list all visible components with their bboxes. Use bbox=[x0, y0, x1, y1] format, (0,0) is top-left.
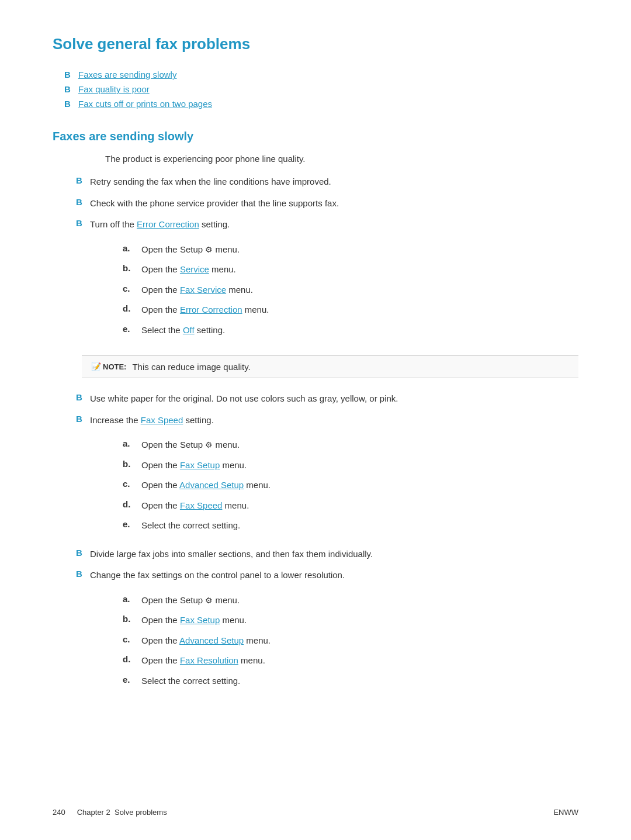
sub-letter-c2: c. bbox=[123, 479, 133, 489]
toc-bullet-2: B bbox=[64, 84, 72, 94]
sub-text-e3: Select the correct setting. bbox=[141, 675, 578, 688]
sub-letter-d1: d. bbox=[123, 303, 133, 313]
note-icon: 📝 NOTE: bbox=[91, 362, 126, 371]
sub-item-a1: a. Open the Setup ⚙ menu. bbox=[76, 243, 578, 257]
sub-text-e1: Select the Off setting. bbox=[141, 324, 578, 337]
bullet-text-fax-speed: Increase the Fax Speed setting. bbox=[90, 414, 578, 427]
sub-letter-e2: e. bbox=[123, 519, 133, 529]
toc-bullet-3: B bbox=[64, 99, 72, 109]
toc-link-3[interactable]: Fax cuts off or prints on two pages bbox=[78, 99, 212, 109]
sub-text-c2: Open the Advanced Setup menu. bbox=[141, 479, 578, 492]
bullet-b-check: B bbox=[76, 197, 84, 207]
bullet-text-divide: Divide large fax jobs into smaller secti… bbox=[90, 548, 578, 561]
sub-list-resolution: a. Open the Setup ⚙ menu. b. Open the Fa… bbox=[76, 594, 578, 695]
section-title-faxes-sending-slowly: Faxes are sending slowly bbox=[53, 130, 578, 143]
footer-chapter: Chapter 2 Solve problems bbox=[77, 808, 167, 817]
bullet-b-divide: B bbox=[76, 548, 84, 558]
section-intro: The product is experiencing poor phone l… bbox=[105, 154, 578, 164]
sub-item-e1: e. Select the Off setting. bbox=[76, 324, 578, 337]
sub-letter-d2: d. bbox=[123, 499, 133, 509]
toc-item-1: B Faxes are sending slowly bbox=[64, 70, 578, 79]
sub-letter-e3: e. bbox=[123, 675, 133, 685]
sub-text-d1: Open the Error Correction menu. bbox=[141, 303, 578, 317]
error-correction-link[interactable]: Error Correction bbox=[137, 219, 199, 229]
sub-item-d3: d. Open the Fax Resolution menu. bbox=[76, 654, 578, 668]
bullet-item-error-correction: B Turn off the Error Correction setting.… bbox=[53, 218, 578, 384]
bullet-text-retry: Retry sending the fax when the line cond… bbox=[90, 175, 578, 189]
toc-link-1[interactable]: Faxes are sending slowly bbox=[78, 70, 176, 79]
footer-left: 240 Chapter 2 Solve problems bbox=[53, 808, 167, 817]
page-footer: 240 Chapter 2 Solve problems ENWW bbox=[53, 808, 578, 817]
sub-text-a3: Open the Setup ⚙ menu. bbox=[141, 594, 578, 607]
note-box-error-correction: 📝 NOTE: This can reduce image quality. bbox=[82, 355, 578, 378]
bullet-text-check: Check with the phone service provider th… bbox=[90, 197, 578, 210]
sub-text-a2: Open the Setup ⚙ menu. bbox=[141, 438, 578, 452]
sub-item-a3: a. Open the Setup ⚙ menu. bbox=[76, 594, 578, 607]
fax-resolution-link[interactable]: Fax Resolution bbox=[180, 655, 238, 665]
sub-letter-e1: e. bbox=[123, 324, 133, 334]
bullet-b-fax-speed: B bbox=[76, 414, 84, 427]
sub-item-b1: b. Open the Service menu. bbox=[76, 263, 578, 276]
sub-item-b2: b. Open the Fax Setup menu. bbox=[76, 459, 578, 472]
page-title: Solve general fax problems bbox=[53, 35, 578, 53]
sub-text-a1: Open the Setup ⚙ menu. bbox=[141, 243, 578, 257]
toc-link-2[interactable]: Fax quality is poor bbox=[78, 84, 150, 94]
sub-letter-a1: a. bbox=[123, 243, 133, 253]
bullet-item-retry: B Retry sending the fax when the line co… bbox=[53, 175, 578, 189]
bullet-text-error-correction: Turn off the Error Correction setting. bbox=[90, 218, 578, 231]
bullet-item-white-paper: B Use white paper for the original. Do n… bbox=[53, 392, 578, 406]
bullet-item-change-settings: B Change the fax settings on the control… bbox=[53, 569, 578, 694]
bullet-b-white-paper: B bbox=[76, 392, 84, 402]
sub-letter-a3: a. bbox=[123, 594, 133, 604]
sub-letter-c3: c. bbox=[123, 634, 133, 644]
fax-setup-link-1[interactable]: Fax Setup bbox=[180, 460, 220, 470]
bullet-text-white-paper: Use white paper for the original. Do not… bbox=[90, 392, 578, 406]
sub-text-b1: Open the Service menu. bbox=[141, 263, 578, 276]
sub-text-e2: Select the correct setting. bbox=[141, 519, 578, 533]
bullet-item-check: B Check with the phone service provider … bbox=[53, 197, 578, 210]
sub-letter-b2: b. bbox=[123, 459, 133, 469]
sub-list-fax-speed: a. Open the Setup ⚙ menu. b. Open the Fa… bbox=[76, 438, 578, 540]
sub-item-c2: c. Open the Advanced Setup menu. bbox=[76, 479, 578, 492]
sub-list-error-correction: a. Open the Setup ⚙ menu. b. Open the Se… bbox=[76, 243, 578, 344]
sub-item-b3: b. Open the Fax Setup menu. bbox=[76, 614, 578, 627]
fax-speed-menu-link[interactable]: Fax Speed bbox=[180, 500, 223, 510]
sub-item-c3: c. Open the Advanced Setup menu. bbox=[76, 634, 578, 648]
sub-text-c3: Open the Advanced Setup menu. bbox=[141, 634, 578, 648]
sub-item-d1: d. Open the Error Correction menu. bbox=[76, 303, 578, 317]
bullet-item-fax-speed: B Increase the Fax Speed setting. a. Ope… bbox=[53, 414, 578, 540]
bullet-item-divide: B Divide large fax jobs into smaller sec… bbox=[53, 548, 578, 561]
bullet-b-change-settings: B bbox=[76, 569, 84, 582]
fax-setup-link-2[interactable]: Fax Setup bbox=[180, 615, 220, 625]
sub-text-b2: Open the Fax Setup menu. bbox=[141, 459, 578, 472]
sub-item-a2: a. Open the Setup ⚙ menu. bbox=[76, 438, 578, 452]
bullet-b-error-correction: B bbox=[76, 218, 84, 231]
sub-letter-a2: a. bbox=[123, 438, 133, 448]
sub-text-d3: Open the Fax Resolution menu. bbox=[141, 654, 578, 668]
advanced-setup-link-1[interactable]: Advanced Setup bbox=[179, 480, 244, 490]
toc-item-2: B Fax quality is poor bbox=[64, 84, 578, 94]
sub-item-d2: d. Open the Fax Speed menu. bbox=[76, 499, 578, 513]
main-bullet-list: B Retry sending the fax when the line co… bbox=[53, 175, 578, 694]
service-link[interactable]: Service bbox=[180, 264, 209, 274]
fax-service-link[interactable]: Fax Service bbox=[180, 285, 226, 295]
sub-item-e3: e. Select the correct setting. bbox=[76, 675, 578, 688]
off-link[interactable]: Off bbox=[183, 325, 195, 335]
sub-item-c1: c. Open the Fax Service menu. bbox=[76, 284, 578, 297]
advanced-setup-link-2[interactable]: Advanced Setup bbox=[179, 635, 244, 645]
footer-page-number: 240 bbox=[53, 808, 65, 817]
note-label: NOTE: bbox=[103, 362, 126, 371]
fax-speed-link[interactable]: Fax Speed bbox=[141, 415, 183, 425]
sub-text-c1: Open the Fax Service menu. bbox=[141, 284, 578, 297]
sub-item-e2: e. Select the correct setting. bbox=[76, 519, 578, 533]
toc-bullet-1: B bbox=[64, 70, 72, 79]
bullet-b-retry: B bbox=[76, 175, 84, 185]
note-text: This can reduce image quality. bbox=[132, 362, 250, 372]
sub-letter-b3: b. bbox=[123, 614, 133, 624]
footer-locale: ENWW bbox=[553, 808, 578, 817]
toc-item-3: B Fax cuts off or prints on two pages bbox=[64, 99, 578, 109]
sub-letter-b1: b. bbox=[123, 263, 133, 273]
sub-letter-c1: c. bbox=[123, 284, 133, 293]
error-correction-menu-link[interactable]: Error Correction bbox=[180, 305, 242, 314]
bullet-text-change-settings: Change the fax settings on the control p… bbox=[90, 569, 578, 582]
